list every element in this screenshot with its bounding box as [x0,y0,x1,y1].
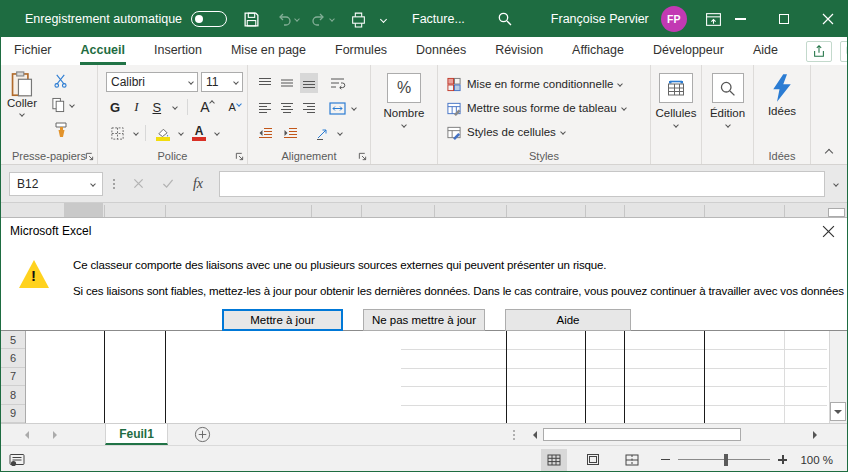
vertical-scrollbar[interactable] [829,331,847,423]
dont-update-button[interactable]: Ne pas mettre à jour [363,309,485,331]
row-header-6[interactable]: 6 [1,349,25,367]
vertical-scrollbar-top[interactable] [828,208,845,217]
selected-column-header[interactable] [64,203,103,217]
format-painter-button[interactable] [53,121,69,138]
name-box[interactable]: B12 [9,172,103,196]
font-color-button[interactable]: A [190,123,208,143]
align-bottom-icon[interactable] [300,73,318,93]
comments-button[interactable] [840,41,848,62]
borders-dropdown-icon[interactable] [133,130,139,136]
number-format-button[interactable]: % Nombre [371,73,437,127]
redo-icon[interactable] [311,11,334,27]
font-size-select[interactable]: 11 [201,72,243,92]
zoom-in-icon[interactable] [778,455,787,464]
borders-button[interactable] [108,123,127,143]
scroll-down-icon[interactable] [830,402,846,421]
font-color-dropdown-icon[interactable] [214,130,220,136]
undo-icon[interactable] [276,11,299,27]
zoom-out-icon[interactable] [661,459,670,461]
ribbon-display-options-icon[interactable] [705,12,722,27]
update-button[interactable]: Mettre à jour [222,309,343,331]
qat-customize-icon[interactable] [381,17,386,22]
page-break-preview-icon[interactable] [619,449,645,471]
share-button[interactable] [806,41,832,62]
zoom-slider[interactable] [678,459,770,460]
align-top-icon[interactable] [256,73,274,93]
close-button[interactable] [813,1,843,37]
confirm-entry-icon[interactable] [155,172,181,196]
tab-insertion[interactable]: Insertion [153,37,203,65]
font-name-select[interactable]: Calibri [106,72,198,92]
insert-function-button[interactable]: fx [185,172,211,196]
tab-developpeur[interactable]: Développeur [652,37,725,65]
tab-revision[interactable]: Révision [494,37,544,65]
save-icon[interactable] [243,11,260,28]
format-as-table-button[interactable]: Mettre sous forme de tableau [446,96,626,120]
help-button[interactable]: Aide [505,309,631,331]
collapse-ribbon-icon[interactable] [825,149,833,157]
orientation-dropdown-icon[interactable] [337,130,343,136]
normal-view-icon[interactable] [541,449,567,471]
macro-record-icon[interactable] [9,453,25,467]
clipboard-launcher-icon[interactable] [85,152,94,161]
underline-dropdown-icon[interactable] [172,104,178,110]
paste-button[interactable]: Coller [7,71,37,116]
autosave-toggle[interactable] [191,11,227,27]
conditional-formatting-button[interactable]: Mise en forme conditionnelle [446,72,626,96]
align-left-icon[interactable] [256,98,274,118]
copy-button[interactable] [51,97,74,113]
horizontal-scroll-thumb[interactable] [543,428,741,441]
font-launcher-icon[interactable] [235,152,244,161]
avatar[interactable]: FP [661,6,687,32]
merge-center-icon[interactable] [327,98,348,118]
tab-donnees[interactable]: Données [415,37,467,65]
scroll-right-icon[interactable] [813,431,821,439]
tab-mise-en-page[interactable]: Mise en page [230,37,307,65]
row-header-9[interactable]: 9 [1,405,25,423]
maximize-button[interactable] [769,1,799,37]
sheet-next-icon[interactable] [53,431,61,439]
zoom-level[interactable]: 100 % [795,454,833,466]
sheet-tab-feuil1[interactable]: Feuil1 [105,424,168,445]
search-icon[interactable] [497,11,513,27]
alignment-launcher-icon[interactable] [358,152,367,161]
cells-button[interactable]: Cellules [651,73,701,127]
tab-formules[interactable]: Formules [334,37,388,65]
increase-font-button[interactable]: A [198,97,216,117]
underline-button[interactable]: S [150,97,163,117]
fill-color-dropdown-icon[interactable] [178,130,184,136]
edition-button[interactable]: Édition [702,73,753,127]
formula-input[interactable] [219,171,825,197]
spreadsheet-grid[interactable]: 5 6 7 8 9 [1,331,847,423]
align-right-icon[interactable] [300,98,318,118]
tab-affichage[interactable]: Affichage [571,37,625,65]
scroll-left-icon[interactable] [529,431,537,439]
user-name[interactable]: Françoise Pervier [551,12,649,26]
increase-indent-icon[interactable] [281,123,300,143]
italic-button[interactable]: I [132,97,140,117]
decrease-indent-icon[interactable] [256,123,275,143]
cell-styles-button[interactable]: Styles de cellules [446,120,626,144]
row-header-8[interactable]: 8 [1,386,25,404]
formula-bar-resizer[interactable] [113,179,115,189]
row-header-5[interactable]: 5 [1,331,25,349]
zoom-slider-thumb[interactable] [724,454,728,466]
expand-formula-bar-icon[interactable] [825,172,847,196]
merge-dropdown-icon[interactable] [351,105,357,111]
cut-button[interactable] [53,73,68,88]
scrollbar-resizer[interactable] [513,430,515,440]
bold-button[interactable]: G [108,97,122,117]
wrap-text-icon[interactable] [328,73,348,93]
page-layout-view-icon[interactable] [580,449,606,471]
cancel-entry-icon[interactable] [125,172,151,196]
minimize-button[interactable] [725,1,755,37]
fill-color-button[interactable] [153,123,172,143]
sheet-prev-icon[interactable] [21,431,29,439]
tab-aide[interactable]: Aide [752,37,779,65]
new-sheet-icon[interactable] [194,424,211,445]
orientation-icon[interactable] [314,123,332,143]
tab-fichier[interactable]: Fichier [13,37,53,65]
align-middle-icon[interactable] [278,73,296,93]
row-header-7[interactable]: 7 [1,368,25,386]
align-center-icon[interactable] [278,98,296,118]
